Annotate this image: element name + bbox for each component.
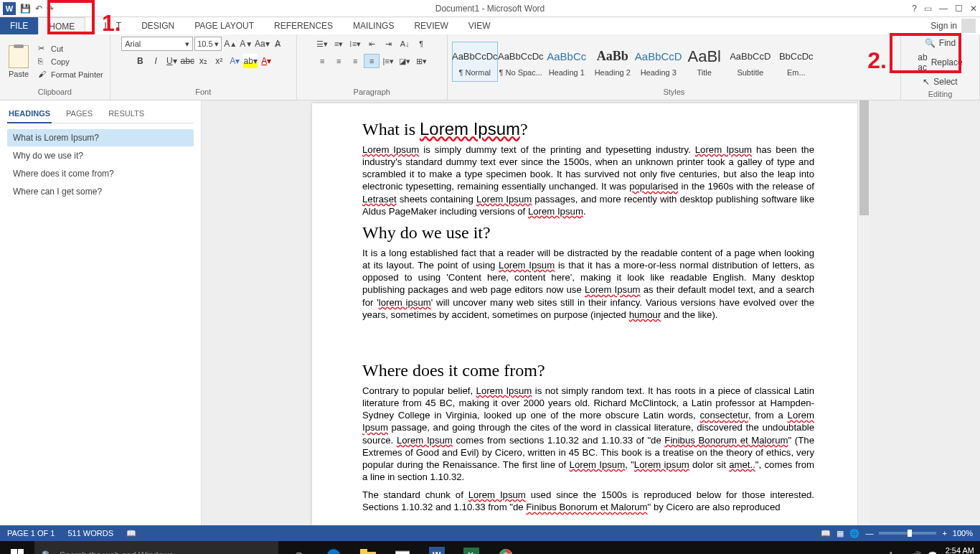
align-right-button[interactable]: ≡ bbox=[347, 54, 363, 68]
show-marks-button[interactable]: ¶ bbox=[413, 37, 429, 51]
bold-button[interactable]: B bbox=[133, 54, 147, 68]
page[interactable]: What is Lorem Ipsum? Lorem Ipsum is simp… bbox=[312, 103, 857, 525]
justify-button[interactable]: ≡ bbox=[364, 54, 380, 68]
format-painter-button[interactable]: 🖌Format Painter bbox=[36, 69, 105, 80]
style---no-spac---[interactable]: AaBbCcDc¶ No Spac... bbox=[498, 42, 544, 82]
shading-button[interactable]: ◪▾ bbox=[397, 54, 413, 68]
minimize-icon[interactable]: — bbox=[939, 4, 948, 14]
clock[interactable]: 2:54 AM 2/9/2021 bbox=[943, 546, 974, 554]
text-effects-button[interactable]: A▾ bbox=[227, 54, 242, 68]
task-view-icon[interactable]: ⧉ bbox=[283, 541, 316, 554]
store-icon[interactable] bbox=[386, 541, 419, 554]
nav-item[interactable]: What is Lorem Ipsum? bbox=[7, 129, 194, 146]
copy-button[interactable]: ⎘Copy bbox=[36, 56, 105, 67]
print-layout-icon[interactable]: ▦ bbox=[837, 529, 844, 538]
nav-item[interactable]: Where can I get some? bbox=[7, 183, 194, 200]
vertical-scrollbar[interactable] bbox=[857, 100, 870, 525]
nav-item[interactable]: Where does it come from? bbox=[7, 165, 194, 182]
ribbon-display-icon[interactable]: ▭ bbox=[924, 4, 932, 14]
page-count[interactable]: PAGE 1 OF 1 bbox=[7, 529, 55, 537]
line-spacing-button[interactable]: |≡▾ bbox=[380, 54, 396, 68]
style-name: ¶ No Spac... bbox=[499, 68, 542, 77]
increase-font-button[interactable]: A▲ bbox=[223, 37, 237, 51]
undo-icon[interactable]: ↶ bbox=[35, 4, 42, 14]
multilevel-button[interactable]: ⁞≡▾ bbox=[347, 37, 363, 51]
decrease-indent-button[interactable]: ⇤ bbox=[364, 37, 380, 51]
increase-indent-button[interactable]: ⇥ bbox=[380, 37, 396, 51]
cut-button[interactable]: ✂Cut bbox=[36, 43, 105, 55]
tray-chevron-icon[interactable]: ˄ bbox=[889, 551, 893, 555]
nav-tab-results[interactable]: RESULTS bbox=[107, 106, 146, 123]
tab-design[interactable]: DESIGN bbox=[131, 17, 184, 34]
maximize-icon[interactable]: ☐ bbox=[955, 4, 963, 14]
redo-icon[interactable]: ↷ bbox=[47, 4, 54, 14]
chrome-taskbar-icon[interactable] bbox=[489, 541, 522, 554]
font-size-select[interactable]: 10.5▾ bbox=[194, 37, 222, 51]
group-label-font: Font bbox=[115, 86, 292, 98]
volume-icon[interactable]: 🔊 bbox=[912, 551, 922, 555]
read-mode-icon[interactable]: 📖 bbox=[821, 529, 831, 538]
group-label-editing: Editing bbox=[905, 88, 975, 100]
nav-item[interactable]: Why do we use it? bbox=[7, 147, 194, 164]
superscript-button[interactable]: x² bbox=[212, 54, 226, 68]
style-heading-3[interactable]: AaBbCcDHeading 3 bbox=[636, 42, 682, 82]
zoom-level[interactable]: 100% bbox=[953, 529, 973, 537]
nav-tab-pages[interactable]: PAGES bbox=[65, 106, 94, 123]
bullets-button[interactable]: ☰▾ bbox=[314, 37, 330, 51]
zoom-slider[interactable] bbox=[879, 532, 936, 535]
strikethrough-button[interactable]: abc bbox=[180, 54, 194, 68]
font-color-button[interactable]: A▾ bbox=[259, 54, 273, 68]
nav-tab-headings[interactable]: HEADINGS bbox=[7, 106, 52, 123]
taskbar-search[interactable]: 🔍Search the web and Windows bbox=[34, 541, 278, 554]
scrollbar-thumb[interactable] bbox=[859, 100, 869, 215]
change-case-button[interactable]: Aa▾ bbox=[255, 37, 269, 51]
file-explorer-icon[interactable] bbox=[352, 541, 385, 554]
style-subtitle[interactable]: AaBbCcDSubtitle bbox=[727, 42, 773, 82]
select-button[interactable]: ↖Select bbox=[920, 75, 960, 88]
replace-button[interactable]: abacReplace bbox=[915, 51, 965, 74]
zoom-in-button[interactable]: + bbox=[942, 529, 946, 537]
align-left-button[interactable]: ≡ bbox=[314, 54, 330, 68]
tab-review[interactable]: REVIEW bbox=[404, 17, 458, 34]
highlight-button[interactable]: ab▾ bbox=[243, 54, 258, 68]
tab-file[interactable]: FILE bbox=[0, 17, 38, 34]
word-taskbar-icon[interactable]: W bbox=[420, 541, 453, 554]
sign-in[interactable]: Sign in bbox=[930, 19, 976, 33]
underline-button[interactable]: U▾ bbox=[164, 54, 179, 68]
excel-taskbar-icon[interactable]: X bbox=[455, 541, 488, 554]
clear-formatting-button[interactable]: A̷ bbox=[270, 37, 285, 51]
subscript-button[interactable]: x₂ bbox=[196, 54, 210, 68]
tab-page-layout[interactable]: PAGE LAYOUT bbox=[184, 17, 264, 34]
help-icon[interactable]: ? bbox=[912, 4, 917, 14]
style-heading-1[interactable]: AaBbCcHeading 1 bbox=[544, 42, 590, 82]
borders-button[interactable]: ⊞▾ bbox=[413, 54, 429, 68]
web-layout-icon[interactable]: 🌐 bbox=[849, 529, 859, 538]
paste-button[interactable]: Paste bbox=[4, 45, 33, 78]
style---normal[interactable]: AaBbCcDc¶ Normal bbox=[452, 42, 498, 82]
font-name-select[interactable]: Arial▾ bbox=[121, 37, 193, 51]
proofing-icon[interactable]: 📖 bbox=[126, 529, 136, 538]
tab-home[interactable]: HOME bbox=[38, 17, 85, 34]
tab-mailings[interactable]: MAILINGS bbox=[343, 17, 404, 34]
zoom-out-button[interactable]: — bbox=[865, 529, 873, 537]
italic-button[interactable]: I bbox=[149, 54, 163, 68]
align-center-button[interactable]: ≡ bbox=[331, 54, 347, 68]
start-button[interactable] bbox=[0, 541, 34, 554]
edge-icon[interactable] bbox=[317, 541, 350, 554]
style-title[interactable]: AaBlTitle bbox=[682, 42, 727, 82]
word-count[interactable]: 511 WORDS bbox=[67, 529, 113, 537]
find-button[interactable]: 🔍Find bbox=[922, 37, 958, 50]
network-icon[interactable]: ▭ bbox=[899, 551, 906, 555]
numbering-button[interactable]: ≡▾ bbox=[331, 37, 347, 51]
sort-button[interactable]: A↓ bbox=[397, 37, 413, 51]
style-heading-2[interactable]: AaBbHeading 2 bbox=[590, 42, 636, 82]
save-icon[interactable]: 💾 bbox=[20, 4, 31, 14]
tab-insert[interactable]: I T bbox=[94, 17, 131, 34]
styles-gallery[interactable]: AaBbCcDc¶ NormalAaBbCcDc¶ No Spac...AaBb… bbox=[452, 37, 896, 86]
decrease-font-button[interactable]: A▼ bbox=[239, 37, 253, 51]
tab-references[interactable]: REFERENCES bbox=[264, 17, 343, 34]
style-em---[interactable]: BbCcDcEm... bbox=[773, 42, 819, 82]
tab-view[interactable]: VIEW bbox=[458, 17, 501, 34]
close-icon[interactable]: ✕ bbox=[970, 4, 977, 14]
notifications-icon[interactable]: 💬 bbox=[928, 551, 938, 555]
